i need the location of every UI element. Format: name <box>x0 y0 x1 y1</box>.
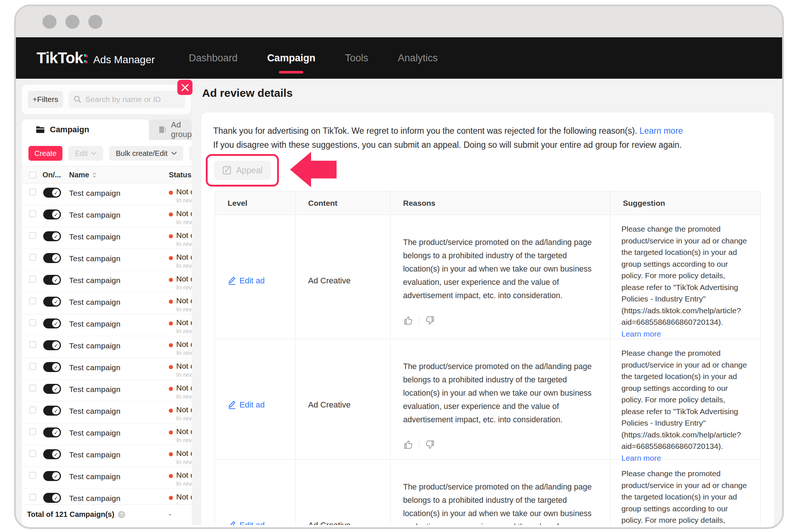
suggestion-text: Please change the promoted product/servi… <box>621 469 747 525</box>
window-dot[interactable] <box>65 15 79 29</box>
help-icon[interactable]: ? <box>118 511 125 518</box>
learn-more-link[interactable]: Learn more <box>640 126 683 136</box>
campaign-name[interactable]: Test campaign <box>69 189 120 198</box>
top-navbar: TikTok : Ads Manager Dashboard Campaign … <box>16 37 782 79</box>
search-box[interactable] <box>68 91 185 108</box>
row-checkbox[interactable] <box>29 363 36 370</box>
bulk-create-edit-button[interactable]: Bulk create/Edit <box>109 146 183 161</box>
toggle-check-icon: ✓ <box>52 254 60 262</box>
campaign-toggle[interactable]: ✓ <box>43 253 61 263</box>
row-checkbox[interactable] <box>29 276 36 283</box>
campaign-toggle[interactable]: ✓ <box>43 362 61 372</box>
reason-text: The product/service promoted on the ad/l… <box>403 236 597 302</box>
campaign-name[interactable]: Test campaign <box>69 211 120 219</box>
row-checkbox[interactable] <box>29 297 36 304</box>
status-dot-icon <box>169 496 173 500</box>
campaign-name[interactable]: Test campaign <box>69 232 120 241</box>
select-all-checkbox[interactable] <box>29 171 36 178</box>
campaign-name[interactable]: Test campaign <box>69 363 120 372</box>
campaign-toggle[interactable]: ✓ <box>43 406 61 416</box>
edit-ad-link[interactable]: Edit ad <box>239 276 265 286</box>
row-checkbox[interactable] <box>29 450 36 457</box>
row-checkbox[interactable] <box>29 254 36 261</box>
suggestion-learn-more-link[interactable]: Learn more <box>621 328 749 340</box>
campaign-toggle[interactable]: ✓ <box>43 384 61 394</box>
campaign-status: Not del <box>176 231 192 240</box>
pencil-icon <box>228 400 236 409</box>
window-dot[interactable] <box>88 15 102 29</box>
filters-button[interactable]: +Filters <box>28 91 63 108</box>
campaign-name[interactable]: Test campaign <box>69 450 120 459</box>
row-checkbox[interactable] <box>29 341 36 348</box>
campaign-row: ✓ Test campaign Not del In review <box>22 467 192 489</box>
campaign-name[interactable]: Test campaign <box>69 341 120 350</box>
campaign-name[interactable]: Test campaign <box>69 494 120 503</box>
campaign-toggle[interactable]: ✓ <box>43 493 61 503</box>
campaign-toggle[interactable]: ✓ <box>43 231 61 241</box>
logo-wordmark: TikTok <box>37 49 83 67</box>
edit-ad-link[interactable]: Edit ad <box>239 400 265 410</box>
window-dot[interactable] <box>42 15 57 29</box>
row-checkbox[interactable] <box>29 210 36 217</box>
thumbs-down-icon[interactable] <box>425 316 435 325</box>
campaign-toggle[interactable]: ✓ <box>43 340 61 350</box>
nav-item-campaign[interactable]: Campaign <box>267 52 316 64</box>
thumbs-down-icon[interactable] <box>425 440 435 450</box>
header-name[interactable]: Name <box>69 171 89 179</box>
campaign-name[interactable]: Test campaign <box>69 472 120 481</box>
campaign-table-header: On/... Name Status <box>22 166 192 184</box>
campaign-toggle[interactable]: ✓ <box>43 297 61 307</box>
close-button[interactable] <box>177 80 192 95</box>
campaign-name[interactable]: Test campaign <box>69 429 120 437</box>
row-checkbox[interactable] <box>29 188 36 195</box>
campaign-toggle[interactable]: ✓ <box>43 318 61 328</box>
nav-item-tools[interactable]: Tools <box>345 52 368 64</box>
row-checkbox[interactable] <box>29 428 36 435</box>
row-checkbox[interactable] <box>29 232 36 239</box>
tab-campaign[interactable]: Campaign <box>22 119 149 140</box>
campaign-row: ✓ Test campaign Not del In review <box>22 423 192 445</box>
review-table-header: Level Content Reasons Suggestion <box>215 191 760 215</box>
thumbs-up-icon[interactable] <box>403 440 413 450</box>
pointer-arrow-icon <box>290 152 337 187</box>
campaign-name[interactable]: Test campaign <box>69 254 120 263</box>
search-icon <box>74 95 82 103</box>
review-row: Edit ad Ad Creative The product/service … <box>215 460 760 525</box>
row-checkbox[interactable] <box>29 406 36 413</box>
campaign-toggle[interactable]: ✓ <box>43 209 61 219</box>
campaign-toggle[interactable]: ✓ <box>43 427 61 437</box>
campaign-toggle[interactable]: ✓ <box>43 188 61 198</box>
row-checkbox[interactable] <box>29 319 36 326</box>
row-checkbox[interactable] <box>29 385 36 392</box>
tab-ad-group[interactable]: Ad group <box>149 119 192 140</box>
sort-icon[interactable] <box>92 172 97 178</box>
automated-button[interactable]: Automated <box>189 146 192 161</box>
status-dot-icon <box>169 430 173 434</box>
appeal-button[interactable]: Appeal <box>214 161 271 180</box>
row-checkbox[interactable] <box>29 494 36 501</box>
folder-icon <box>36 126 45 133</box>
nav-item-dashboard[interactable]: Dashboard <box>189 52 238 64</box>
thumbs-up-icon[interactable] <box>403 316 413 325</box>
row-checkbox[interactable] <box>29 472 36 479</box>
campaign-toolbar: Create Edit Bulk create/Edit Automated <box>22 140 192 166</box>
campaign-substatus: In review <box>176 262 192 270</box>
edit-dropdown-button[interactable]: Edit <box>68 146 103 161</box>
campaign-row: ✓ Test campaign Not del In review <box>22 249 192 271</box>
campaign-status: Not del <box>176 405 192 414</box>
campaign-name[interactable]: Test campaign <box>69 276 120 285</box>
campaign-name[interactable]: Test campaign <box>69 407 120 416</box>
intro-line1: Thank you for advertising on TikTok. We … <box>213 126 640 136</box>
nav-item-analytics[interactable]: Analytics <box>398 52 438 64</box>
search-input[interactable] <box>85 95 180 104</box>
chevron-down-icon <box>91 152 96 155</box>
campaign-name[interactable]: Test campaign <box>69 298 120 307</box>
campaign-name[interactable]: Test campaign <box>69 385 120 394</box>
edit-ad-link[interactable]: Edit ad <box>239 521 265 525</box>
status-dot-icon <box>169 409 173 413</box>
create-button[interactable]: Create <box>28 146 62 161</box>
campaign-toggle[interactable]: ✓ <box>43 471 61 481</box>
campaign-name[interactable]: Test campaign <box>69 320 120 328</box>
campaign-toggle[interactable]: ✓ <box>43 275 61 285</box>
campaign-toggle[interactable]: ✓ <box>43 449 61 459</box>
